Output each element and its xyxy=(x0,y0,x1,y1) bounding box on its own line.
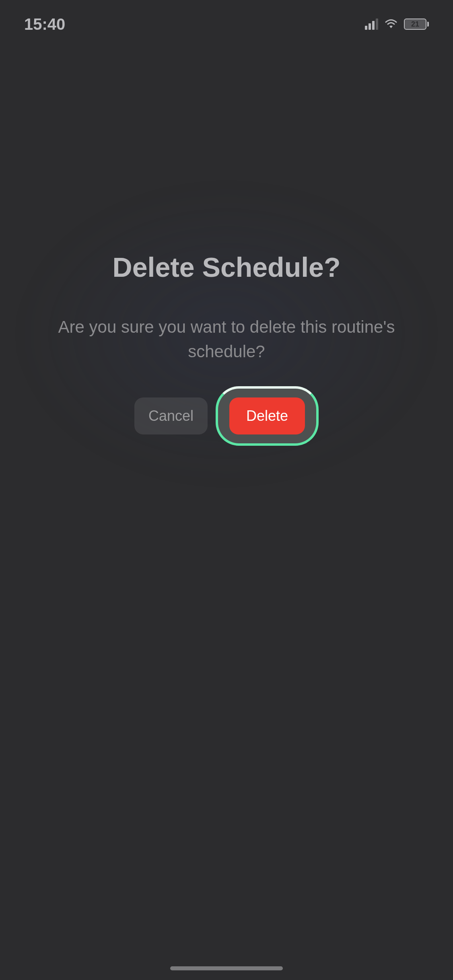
battery-percent-text: 21 xyxy=(411,20,419,29)
delete-button-highlight: Delete xyxy=(216,386,319,446)
confirmation-dialog: Delete Schedule? Are you sure you want t… xyxy=(0,251,453,446)
home-indicator[interactable] xyxy=(170,966,283,970)
status-time: 15:40 xyxy=(24,15,65,33)
cellular-signal-icon xyxy=(365,19,378,30)
dialog-button-row: Cancel Delete xyxy=(0,386,453,446)
wifi-icon xyxy=(384,19,398,30)
status-bar: 15:40 21 xyxy=(0,0,453,48)
status-indicators: 21 xyxy=(365,19,429,30)
dialog-title: Delete Schedule? xyxy=(0,251,453,283)
dialog-message: Are you sure you want to delete this rou… xyxy=(45,315,408,364)
delete-button[interactable]: Delete xyxy=(229,397,305,434)
cancel-button[interactable]: Cancel xyxy=(134,397,208,434)
battery-icon: 21 xyxy=(404,19,429,30)
